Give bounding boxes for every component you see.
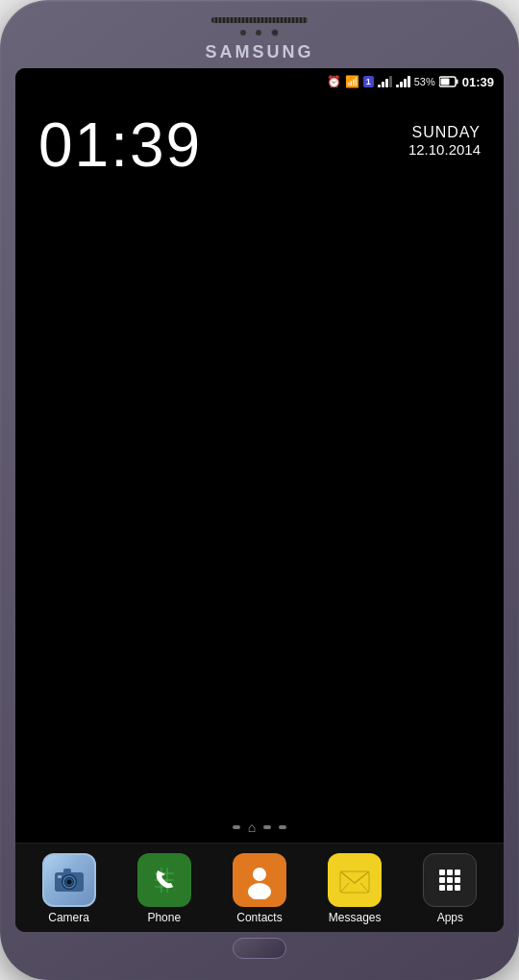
svg-rect-25 — [447, 877, 453, 883]
bar3 — [385, 79, 388, 87]
phone-label: Phone — [147, 911, 181, 924]
dock: Camera Phone — [15, 843, 504, 932]
brand-label: SAMSUNG — [205, 42, 313, 62]
svg-point-16 — [248, 883, 271, 899]
page-indicators: ⌂ — [15, 812, 504, 843]
svg-rect-1 — [456, 80, 457, 85]
status-bar: ⏰ 📶 1 — [15, 68, 504, 95]
camera-svg — [50, 861, 88, 899]
dock-item-contacts[interactable]: Contacts — [216, 853, 303, 924]
contacts-app-icon — [233, 853, 286, 907]
dock-item-camera[interactable]: Camera — [26, 853, 112, 924]
bar2 — [382, 82, 384, 87]
contacts-label: Contacts — [236, 911, 282, 924]
messages-label: Messages — [329, 911, 382, 924]
dock-item-messages[interactable]: Messages — [311, 853, 398, 924]
battery-icon — [439, 76, 458, 87]
svg-rect-8 — [63, 869, 71, 873]
signal-bars-1 — [378, 76, 392, 87]
sim-badge: 1 — [363, 76, 374, 87]
bar1 — [378, 85, 381, 87]
messages-app-icon — [328, 853, 382, 907]
svg-rect-9 — [58, 875, 62, 878]
dock-item-apps[interactable]: Apps — [407, 853, 493, 924]
alarm-icon: ⏰ — [327, 75, 341, 88]
svg-point-7 — [66, 880, 71, 885]
status-icons: ⏰ 📶 1 — [327, 75, 494, 89]
phone-svg — [145, 861, 184, 899]
phone-screen: ⏰ 📶 1 — [15, 68, 504, 932]
speaker-grille — [211, 17, 308, 23]
clock-area: 01:39 SUNDAY 12.10.2014 — [15, 95, 504, 185]
svg-rect-26 — [455, 877, 460, 883]
front-camera — [271, 29, 279, 37]
svg-rect-29 — [455, 885, 460, 891]
apps-label: Apps — [437, 911, 463, 924]
svg-rect-23 — [455, 870, 460, 875]
bar4 — [389, 76, 392, 87]
home-button[interactable] — [233, 938, 286, 959]
page-dot-1 — [233, 825, 240, 829]
svg-rect-27 — [439, 885, 445, 891]
phone-app-icon — [137, 853, 191, 907]
status-time: 01:39 — [462, 75, 494, 89]
phone-top: SAMSUNG — [15, 17, 504, 62]
apps-app-icon — [423, 853, 477, 907]
svg-rect-24 — [439, 877, 445, 883]
svg-rect-22 — [447, 870, 453, 875]
svg-rect-28 — [447, 885, 453, 891]
bar2b — [400, 82, 403, 87]
contacts-svg — [240, 861, 279, 899]
apps-svg — [431, 861, 469, 899]
svg-rect-2 — [440, 79, 449, 86]
svg-point-15 — [253, 868, 266, 881]
page-dot-4 — [279, 825, 286, 829]
date-value: 12.10.2014 — [408, 141, 481, 158]
page-dot-3 — [263, 825, 271, 829]
messages-svg — [335, 861, 374, 899]
home-content — [15, 185, 504, 812]
sensor-dot — [240, 30, 246, 36]
day-name: SUNDAY — [408, 124, 481, 141]
camera-app-icon — [42, 853, 96, 907]
bar4b — [408, 76, 410, 87]
dock-item-phone[interactable]: Phone — [121, 853, 208, 924]
signal-bars-2 — [396, 76, 410, 87]
phone-body: SAMSUNG ⏰ 📶 1 — [0, 0, 519, 980]
sensor-dot2 — [256, 30, 261, 36]
wifi-icon: 📶 — [345, 75, 359, 88]
phone-bottom — [233, 938, 286, 959]
date-info: SUNDAY 12.10.2014 — [408, 114, 481, 158]
camera-label: Camera — [48, 911, 89, 924]
home-page-indicator: ⌂ — [248, 820, 256, 835]
bar3b — [404, 79, 407, 87]
bar1b — [396, 85, 399, 87]
main-clock: 01:39 — [38, 114, 202, 176]
battery-percent: 53% — [414, 76, 435, 87]
top-sensors — [240, 29, 279, 37]
svg-rect-21 — [439, 870, 445, 875]
